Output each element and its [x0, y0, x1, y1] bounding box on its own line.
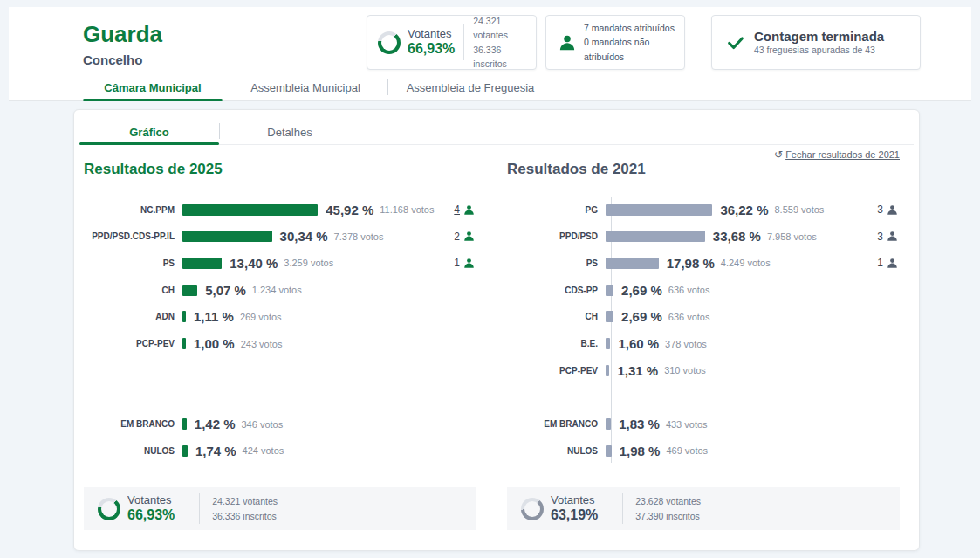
votes-value: 424 votos: [243, 445, 284, 456]
votes-value: 310 votos: [664, 365, 706, 375]
percent-value: 5,07 %: [205, 283, 246, 298]
result-bar: [606, 285, 613, 296]
count-status-title: Contagem terminada: [754, 29, 884, 45]
divider: [463, 24, 464, 60]
result-bar: [182, 311, 186, 322]
result-bar: [182, 285, 197, 296]
ring-hole: [524, 501, 540, 517]
votes-value: 3.259 votos: [284, 258, 333, 268]
chart-row: CH5,07 %1.234 votos: [84, 281, 476, 299]
tab-assembleia-de-freguesia[interactable]: Assembleia de Freguesia: [388, 74, 552, 100]
votes-value: 269 votos: [240, 312, 282, 322]
header-band: Guarda Concelho Votantes 66,93% 24.321 v…: [9, 7, 971, 101]
divider: [622, 493, 623, 524]
ring-hole: [101, 501, 117, 517]
result-bar: [182, 204, 318, 216]
chart-title-2021: Resultados de 2021: [507, 161, 920, 178]
result-bar: [606, 204, 712, 216]
party-label: B.E.: [507, 339, 605, 348]
votes-value: 7.958 votos: [767, 231, 817, 242]
chart-row: NULOS1,74 %424 votos: [84, 442, 476, 459]
results-2025-section: Resultados de 2025 NC.PPM45,92 %11.168 v…: [74, 161, 497, 545]
voters-count: 23.628 votantes: [635, 494, 701, 509]
results-2021-section: Resultados de 2021 PG36,22 %8.559 votos3…: [497, 161, 920, 545]
chart-row: PPD/PSD.CDS-PP.IL30,34 %7.378 votos2: [84, 228, 476, 245]
votes-value: 1.234 votos: [252, 285, 302, 295]
percent-value: 1,31 %: [617, 363, 658, 378]
party-label: PCP-PEV: [84, 339, 182, 348]
result-bar: [182, 338, 186, 349]
sub-tabs: Gráfico Detalhes: [79, 121, 914, 145]
chart-row: PPD/PSD33,68 %7.958 votos3: [507, 228, 900, 245]
party-label: NULOS: [84, 446, 182, 456]
person-icon: [887, 204, 898, 216]
party-label: EM BRANCO: [507, 419, 605, 429]
tab-grafico[interactable]: Gráfico: [79, 120, 219, 144]
result-bar: [182, 418, 187, 430]
mandates-count[interactable]: 4: [454, 203, 460, 216]
result-bar: [182, 258, 222, 269]
percent-value: 1,11 %: [194, 309, 234, 324]
turnout-summary-2025: Votantes 66,93% 24.321 votantes 36.336 i…: [84, 487, 476, 530]
result-bar: [606, 418, 611, 430]
person-icon: [463, 231, 475, 242]
votes-value: 636 votos: [668, 312, 710, 322]
turnout-card: Votantes 66,93% 24.321 votantes 36.336 i…: [367, 15, 537, 70]
percent-value: 33,68 %: [713, 229, 761, 244]
percent-value: 13,40 %: [230, 256, 278, 271]
percent-value: 36,22 %: [720, 203, 768, 217]
tab-detalhes[interactable]: Detalhes: [220, 120, 360, 144]
result-bar: [606, 311, 613, 322]
chart-row: ADN1,11 %269 votos: [84, 308, 476, 326]
mandates-cell: 2: [454, 231, 475, 243]
chart-row: NC.PPM45,92 %11.168 votos4: [84, 201, 476, 218]
result-bar: [606, 338, 610, 349]
count-status-subtitle: 43 freguesias apuradas de 43: [754, 45, 884, 56]
close-2021-results-link[interactable]: ↺Fechar resultados de 2021: [774, 148, 900, 161]
votes-value: 11.168 votos: [380, 204, 434, 215]
percent-value: 1,83 %: [619, 417, 660, 431]
mandates-count: 2: [454, 231, 460, 243]
party-label: CH: [84, 286, 182, 295]
result-bar: [606, 231, 705, 242]
party-label: CH: [507, 312, 605, 321]
turnout-progress-ring: [378, 31, 401, 54]
registered-count: 36.336 inscritos: [212, 509, 278, 524]
chart-row: PCP-PEV1,00 %243 votos: [84, 335, 476, 353]
percent-value: 2,69 %: [621, 283, 662, 298]
chart-row: PS13,40 %3.259 votos1: [84, 254, 476, 272]
voters-count: 24.321 votantes: [212, 494, 278, 509]
tab-assembleia-municipal[interactable]: Assembleia Municipal: [223, 74, 387, 100]
turnout-label: Votantes: [551, 494, 598, 507]
result-bar: [606, 258, 659, 269]
count-status-card: Contagem terminada 43 freguesias apurada…: [711, 15, 921, 70]
chart-title-2025: Resultados de 2025: [84, 161, 497, 178]
result-bar: [606, 445, 612, 457]
votes-value: 243 votos: [241, 339, 283, 349]
results-card: Gráfico Detalhes ↺Fechar resultados de 2…: [73, 109, 920, 551]
mandates-cell: 3: [877, 231, 898, 243]
party-label: PG: [507, 205, 605, 215]
mandates-cell: 3: [877, 203, 898, 216]
party-label: PS: [507, 258, 605, 268]
votes-value: 346 votos: [242, 419, 284, 430]
result-bar: [182, 445, 188, 457]
tab-camara-municipal[interactable]: Câmara Municipal: [83, 74, 223, 100]
person-icon: [887, 231, 898, 242]
registered-count: 37.390 inscritos: [635, 509, 701, 524]
undo-icon: ↺: [774, 148, 783, 161]
percent-value: 1,98 %: [620, 444, 661, 458]
chart-row: EM BRANCO1,83 %433 votos: [507, 416, 900, 433]
mandates-count: 1: [454, 257, 460, 269]
result-bar: [182, 231, 272, 242]
ring-hole: [381, 35, 397, 51]
percent-value: 1,00 %: [194, 336, 235, 351]
person-icon: [887, 258, 898, 269]
mandates-cell: 1: [454, 257, 475, 269]
mandates-unassigned: 0 mandatos não atribuídos: [584, 35, 684, 64]
chart-plot: NC.PPM45,92 %11.168 votos4PPD/PSD.CDS-PP…: [84, 201, 476, 473]
party-label: PPD/PSD: [507, 231, 605, 241]
chart-row: PS17,98 %4.249 votos1: [507, 254, 900, 272]
votes-value: 7.378 votos: [334, 231, 384, 242]
party-label: PS: [84, 258, 182, 268]
